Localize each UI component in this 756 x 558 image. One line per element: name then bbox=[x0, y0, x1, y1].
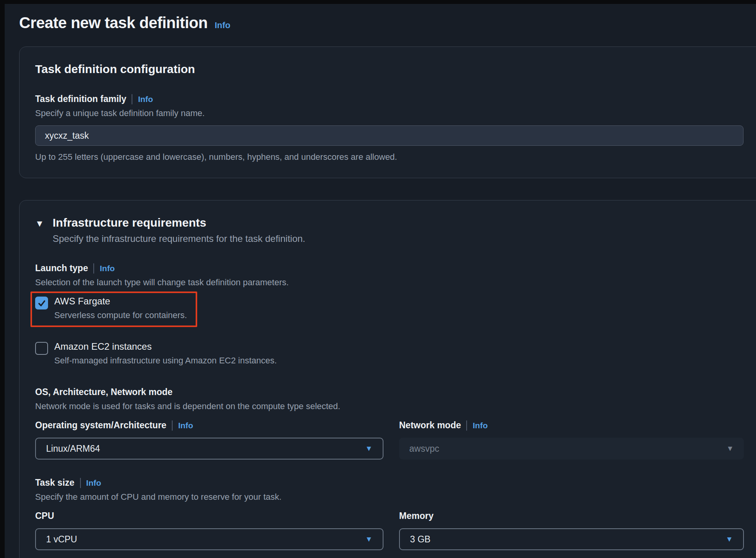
infra-subtitle: Specify the infrastructure requirements … bbox=[53, 233, 305, 244]
os-label: Operating system/Architecture bbox=[35, 420, 166, 431]
label-divider bbox=[172, 420, 173, 431]
ec2-checkbox[interactable] bbox=[35, 342, 48, 355]
memory-label: Memory bbox=[399, 511, 744, 521]
fargate-option-label[interactable]: AWS Fargate bbox=[54, 296, 187, 307]
family-label-row: Task definition family Info bbox=[35, 94, 753, 104]
console-page: Create new task definition Info Task def… bbox=[5, 4, 756, 558]
task-size-label: Task size bbox=[35, 478, 75, 488]
task-size-info-link[interactable]: Info bbox=[86, 478, 101, 488]
network-mode-select: awsvpc ▼ bbox=[399, 438, 744, 460]
network-mode-label-row: Network mode Info bbox=[399, 420, 744, 431]
launch-type-label: Launch type bbox=[35, 263, 88, 274]
dropdown-arrow-icon: ▼ bbox=[365, 444, 373, 453]
launch-type-description: Selection of the launch type will change… bbox=[35, 277, 753, 288]
dropdown-arrow-icon: ▼ bbox=[726, 444, 734, 453]
label-divider bbox=[132, 94, 132, 104]
cpu-select-value: 1 vCPU bbox=[46, 534, 77, 545]
launch-type-info-link[interactable]: Info bbox=[100, 264, 114, 273]
os-arch-description: Network mode is used for tasks and is de… bbox=[35, 401, 753, 411]
os-arch-select-value: Linux/ARM64 bbox=[46, 444, 100, 454]
os-label-row: Operating system/Architecture Info bbox=[35, 420, 383, 431]
task-size-label-row: Task size Info bbox=[35, 478, 753, 488]
os-arch-heading: OS, Architecture, Network mode bbox=[35, 387, 753, 397]
infrastructure-requirements-card: ▼ Infrastructure requirements Specify th… bbox=[19, 200, 756, 558]
page-info-link[interactable]: Info bbox=[215, 20, 230, 30]
memory-select-value: 3 GB bbox=[410, 534, 430, 545]
memory-select[interactable]: 3 GB ▼ bbox=[399, 528, 744, 550]
label-divider bbox=[93, 263, 94, 274]
task-size-description: Specify the amount of CPU and memory to … bbox=[35, 492, 753, 502]
cpu-label: CPU bbox=[35, 511, 383, 521]
infra-title: Infrastructure requirements bbox=[53, 216, 305, 229]
os-info-link[interactable]: Info bbox=[178, 421, 193, 430]
ec2-option-label[interactable]: Amazon EC2 instances bbox=[54, 341, 277, 352]
cpu-memory-grid: CPU 1 vCPU ▼ Memory 3 GB ▼ bbox=[35, 511, 753, 550]
dropdown-arrow-icon: ▼ bbox=[365, 535, 373, 544]
network-mode-select-value: awsvpc bbox=[409, 444, 439, 454]
label-divider bbox=[466, 420, 467, 431]
fargate-option-annotation-box: AWS Fargate Serverless compute for conta… bbox=[30, 292, 197, 327]
caret-down-icon[interactable]: ▼ bbox=[35, 218, 44, 229]
page-title: Create new task definition bbox=[19, 14, 208, 32]
network-mode-info-link[interactable]: Info bbox=[472, 421, 487, 430]
os-arch-select[interactable]: Linux/ARM64 ▼ bbox=[35, 438, 383, 460]
launch-type-label-row: Launch type Info bbox=[35, 263, 753, 274]
network-mode-label: Network mode bbox=[399, 420, 461, 431]
fargate-option-description: Serverless compute for containers. bbox=[54, 310, 187, 320]
dropdown-arrow-icon: ▼ bbox=[726, 535, 733, 544]
ec2-option-description: Self-managed infrastructure using Amazon… bbox=[54, 356, 277, 366]
family-description: Specify a unique task definition family … bbox=[35, 108, 753, 118]
family-input[interactable] bbox=[35, 125, 744, 146]
fargate-checkbox[interactable] bbox=[35, 297, 48, 309]
cpu-select[interactable]: 1 vCPU ▼ bbox=[35, 528, 383, 550]
label-divider bbox=[80, 478, 81, 488]
family-label: Task definition family bbox=[35, 94, 126, 104]
checkmark-icon bbox=[37, 299, 46, 308]
card-title: Task definition configuration bbox=[35, 63, 753, 76]
fargate-option: AWS Fargate Serverless compute for conta… bbox=[35, 296, 187, 320]
ec2-option: Amazon EC2 instances Self-managed infras… bbox=[35, 341, 753, 366]
family-help-text: Up to 255 letters (uppercase and lowerca… bbox=[35, 152, 753, 162]
infra-section-header: ▼ Infrastructure requirements Specify th… bbox=[35, 216, 753, 244]
page-header: Create new task definition Info bbox=[19, 14, 756, 32]
family-info-link[interactable]: Info bbox=[138, 95, 153, 104]
task-definition-configuration-card: Task definition configuration Task defin… bbox=[19, 46, 756, 178]
os-network-grid: Operating system/Architecture Info Linux… bbox=[35, 420, 753, 460]
